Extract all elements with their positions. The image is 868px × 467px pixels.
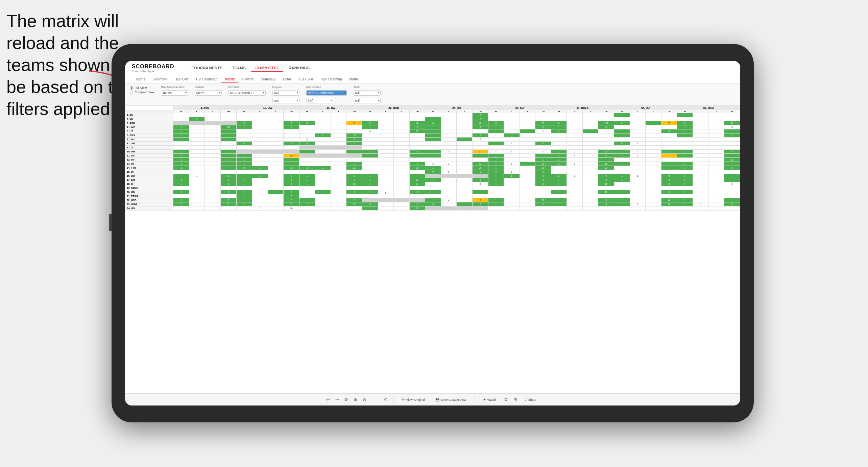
matrix-cell [677, 117, 693, 121]
subnav-matrix2[interactable]: Matrix [346, 76, 362, 83]
matrix-cell [252, 198, 268, 202]
subnav-h2h-grid2[interactable]: H2H Grid [295, 76, 316, 83]
col-header-uo: 24. UO [425, 106, 488, 110]
matrix-cell: 1 [567, 162, 583, 166]
team-select2[interactable]: (All) [354, 98, 381, 103]
matrix-cell [236, 117, 252, 121]
refresh-icon[interactable]: ⟳ [344, 397, 348, 402]
matrix-area[interactable]: 3. ASU 10. UW 11. UA 22. UCB 24. UO 27. … [125, 106, 740, 401]
team-select[interactable]: (All) [354, 90, 381, 96]
nav-teams[interactable]: TEAMS [228, 65, 250, 72]
table-row: 6. FSU11435101g112 [125, 133, 740, 138]
grid-icon[interactable]: ⊞ [513, 397, 517, 402]
watch-btn[interactable]: 👁 Watch [480, 397, 499, 402]
matrix-cell: 1 [362, 154, 378, 158]
matrix-cell: 1 [173, 154, 189, 158]
tablet-side-button [109, 214, 112, 231]
matrix-cell [315, 162, 331, 166]
nav-tournaments[interactable]: TOURNAMENTS [188, 65, 227, 72]
matrix-cell [630, 129, 646, 133]
matrix-cell: 2 [551, 150, 567, 154]
matrix-cell [173, 117, 189, 121]
compact-view-radio[interactable]: Compact View [130, 91, 154, 94]
region-select2[interactable]: N/A [272, 98, 299, 103]
sh-uo-w: W [425, 110, 441, 113]
matrix-cell [724, 186, 740, 190]
matrix-cell: 32 [472, 150, 488, 154]
subnav-teams[interactable]: Teams [132, 76, 148, 83]
matrix-cell [268, 129, 284, 133]
matrix-cell [205, 142, 221, 146]
subnav-matrix[interactable]: Matrix [221, 76, 238, 83]
matrix-cell [504, 182, 520, 186]
matrix-cell [394, 190, 410, 194]
matrix-cell [331, 182, 346, 186]
subnav-summary2[interactable]: Summary [258, 76, 279, 83]
matrix-cell [504, 198, 520, 202]
matrix-cell [582, 158, 598, 162]
matrix-cell [441, 146, 457, 150]
matrix-cell [394, 162, 410, 166]
sh-asu-t: T [205, 110, 221, 113]
region-select[interactable]: N/A East West [272, 90, 299, 96]
subnav-h2h-grid[interactable]: H2H Grid [171, 76, 192, 83]
matrix-cell: 1 [551, 190, 567, 194]
division-select[interactable]: NCAA Division I NCAA Division II [228, 90, 266, 96]
undo-icon[interactable]: ↩ [326, 397, 330, 402]
matrix-cell [708, 194, 724, 198]
redo-icon[interactable]: ↪ [335, 397, 339, 402]
matrix-cell [252, 138, 268, 142]
table-row: 4. UNC136101010101010 [125, 125, 740, 129]
matrix-cell [504, 206, 520, 211]
save-custom-btn[interactable]: 💾 Save Custom View [433, 397, 469, 402]
matrix-cell [457, 186, 473, 190]
table-row: 19. TAMU [125, 186, 740, 190]
matrix-cell [708, 174, 724, 178]
matrix-cell [189, 129, 205, 133]
matrix-cell [598, 146, 614, 150]
view-original-btn[interactable]: 👁 View: Original [399, 397, 427, 402]
matrix-cell [630, 194, 646, 198]
subnav-players[interactable]: Players [239, 76, 257, 83]
matrix-cell [441, 182, 457, 186]
conference-select2[interactable]: (All) [306, 98, 333, 103]
subnav-h2h-heatmap[interactable]: H2H Heatmap [193, 76, 221, 83]
clock-icon[interactable]: ⊙ [384, 397, 388, 402]
matrix-cell [315, 186, 331, 190]
matrix-cell [646, 142, 661, 146]
sh-uo-dif: Dif [472, 110, 488, 113]
matrix-cell [189, 190, 205, 194]
subnav-summary[interactable]: Summary [149, 76, 170, 83]
matrix-cell [268, 206, 284, 211]
matrix-cell [299, 117, 315, 121]
full-view-radio[interactable]: Full View [130, 86, 154, 90]
matrix-cell [252, 121, 268, 125]
conference-select[interactable]: Pac-12 Conference (All) [306, 90, 347, 96]
matrix-cell: 1 [677, 190, 693, 194]
matrix-cell: 1 [425, 178, 441, 182]
matrix-cell [567, 182, 583, 186]
matrix-cell [457, 158, 473, 162]
zoom-out-icon[interactable]: ⊖ [363, 397, 366, 402]
settings-icon[interactable]: ⚙ [504, 397, 508, 402]
gender-select[interactable]: Men's Women's [195, 90, 222, 96]
matrix-cell [299, 154, 315, 158]
max-teams-select[interactable]: Top 25 Top 10 Top 50 [161, 90, 188, 96]
nav-committee[interactable]: COMMITTEE [251, 65, 283, 72]
matrix-cell [378, 125, 394, 129]
matrix-cell [425, 142, 441, 146]
share-btn[interactable]: ⤴ Share [523, 397, 539, 402]
matrix-cell [457, 178, 473, 182]
matrix-cell [504, 125, 520, 129]
subnav-detail[interactable]: Detail [280, 76, 295, 83]
share-label: Share [528, 398, 536, 401]
matrix-cell [346, 170, 362, 174]
matrix-cell: 1 [236, 154, 252, 158]
nav-rankings[interactable]: RANKINGS [285, 65, 314, 72]
main-nav: TOURNAMENTS TEAMS COMMITTEE RANKINGS [188, 65, 314, 72]
table-row: 23. UNM22120225010010101110160 [125, 202, 740, 206]
zoom-fit-icon[interactable]: ⊕ [354, 397, 357, 402]
matrix-cell [425, 182, 441, 186]
subnav-h2h-heatmap2[interactable]: H2H Heatmap [317, 76, 345, 83]
matrix-cell [582, 138, 598, 142]
